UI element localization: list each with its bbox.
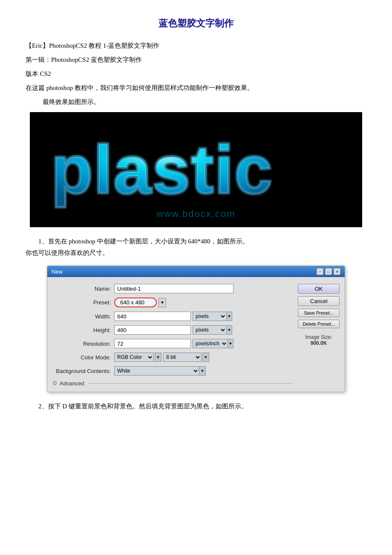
bit-depth-arrow[interactable]: ▼ — [202, 353, 209, 362]
height-input[interactable] — [114, 325, 191, 335]
dialog-titlebar: New ─ □ ✕ — [47, 266, 345, 277]
width-row: Width: pixels inches cm ▼ — [52, 312, 293, 321]
step1-text: 1、首先在 photoshop 中创建一个新图层，大小设置为 640*480，如… — [26, 236, 366, 259]
advanced-divider — [89, 383, 293, 384]
resolution-row: Resolution: pixels/inch pixels/cm ▼ — [52, 339, 293, 348]
delete-preset-button[interactable]: Delete Preset... — [298, 320, 340, 328]
dialog-controls[interactable]: ─ □ ✕ — [317, 268, 340, 275]
height-unit-select[interactable]: pixels inches cm — [193, 325, 227, 335]
cancel-button[interactable]: Cancel — [298, 296, 340, 306]
step2-text: 2、按下 D 键重置前景色和背景色。然后填充背景图层为黑色，如图所示。 — [26, 401, 366, 412]
advanced-expand-icon[interactable]: ⊙ — [52, 380, 57, 387]
width-label: Width: — [52, 313, 114, 320]
color-mode-label: Color Mode: — [52, 354, 114, 361]
dialog-title: New — [52, 269, 63, 275]
image-size-label: Image Size: — [298, 334, 340, 340]
color-mode-row: Color Mode: RGB Color CMYK Color Graysca… — [52, 353, 293, 362]
dialog-minimize-btn[interactable]: ─ — [317, 268, 323, 275]
svg-text:plastic: plastic — [51, 131, 273, 208]
watermark-text: www.bdocx.com — [157, 208, 236, 220]
bg-contents-label: Background Contents: — [52, 368, 114, 374]
dialog-buttons: OK Cancel Save Preset... Delete Preset..… — [298, 284, 340, 387]
step2-block: 2、按下 D 键重置前景色和背景色。然后填充背景图层为黑色，如图所示。 — [26, 401, 366, 412]
intro-line5: 最终效果如图所示。 — [43, 96, 366, 108]
intro-line1: 【Eric】PhotoshopCS2 教程 1-蓝色塑胶文字制作 — [26, 40, 366, 52]
resolution-input[interactable] — [114, 339, 191, 348]
plastic-effect-image: plastic plastic www.bdocx.com — [30, 112, 362, 227]
image-size-value: 900.0K — [298, 340, 340, 346]
preset-dropdown-arrow[interactable]: ▼ — [159, 298, 166, 307]
color-mode-select[interactable]: RGB Color CMYK Color Grayscale — [114, 353, 154, 362]
color-mode-arrow[interactable]: ▼ — [155, 353, 161, 362]
intro-block: 【Eric】PhotoshopCS2 教程 1-蓝色塑胶文字制作 第一辑：Pho… — [26, 40, 366, 108]
resolution-label: Resolution: — [52, 341, 114, 347]
dialog-maximize-btn[interactable]: □ — [325, 268, 332, 275]
dialog-fields: Name: Preset: 640 x 480 ▼ Width: pixels … — [52, 284, 293, 387]
dialog-close-btn[interactable]: ✕ — [334, 268, 340, 275]
bg-contents-arrow[interactable]: ▼ — [199, 366, 206, 376]
step1-block: 1、首先在 photoshop 中创建一个新图层，大小设置为 640*480，如… — [26, 236, 366, 259]
advanced-label[interactable]: Advanced — [60, 380, 84, 387]
dialog-body: Name: Preset: 640 x 480 ▼ Width: pixels … — [47, 277, 345, 392]
height-unit-arrow[interactable]: ▼ — [226, 325, 232, 335]
bg-contents-row: Background Contents: White Background Co… — [52, 366, 293, 376]
preset-row: Preset: 640 x 480 ▼ — [52, 298, 293, 307]
name-label: Name: — [52, 286, 114, 292]
width-unit-select[interactable]: pixels inches cm — [193, 312, 227, 321]
height-row: Height: pixels inches cm ▼ — [52, 325, 293, 335]
name-input[interactable] — [114, 284, 233, 293]
resolution-unit-arrow[interactable]: ▼ — [228, 339, 233, 348]
page-title: 蓝色塑胶文字制作 — [26, 17, 366, 30]
ok-button[interactable]: OK — [298, 284, 340, 294]
image-size-block: Image Size: 900.0K — [298, 334, 340, 346]
intro-line4: 在这篇 photoshop 教程中，我们将学习如何使用图层样式功能制作一种塑胶效… — [26, 82, 366, 94]
advanced-row: ⊙ Advanced — [52, 380, 293, 387]
preset-value[interactable]: 640 x 480 — [114, 298, 157, 307]
new-dialog: New ─ □ ✕ Name: Preset: 640 x 480 ▼ — [47, 266, 345, 392]
bit-depth-select[interactable]: 8 bit 16 bit — [163, 353, 202, 362]
name-row: Name: — [52, 284, 293, 293]
width-unit-arrow[interactable]: ▼ — [226, 312, 232, 321]
resolution-unit-select[interactable]: pixels/inch pixels/cm — [193, 339, 228, 348]
preset-label: Preset: — [52, 299, 114, 306]
bg-contents-select[interactable]: White Background Color Transparent — [114, 366, 199, 376]
save-preset-button[interactable]: Save Preset... — [298, 309, 340, 317]
intro-line3: 版本 CS2 — [26, 68, 366, 80]
intro-line2: 第一辑：PhotoshopCS2 蓝色塑胶文字制作 — [26, 54, 366, 66]
width-input[interactable] — [114, 312, 191, 321]
height-label: Height: — [52, 327, 114, 333]
